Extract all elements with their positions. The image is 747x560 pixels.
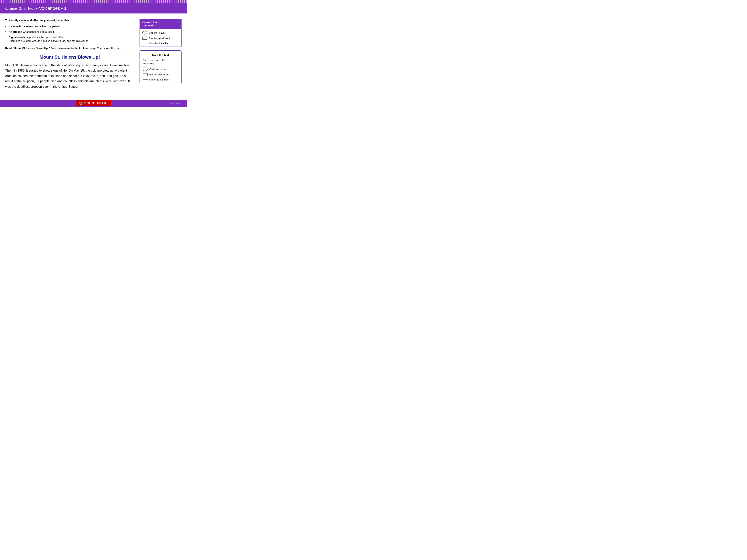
copyright-text: © Scholastic Inc.	[170, 102, 183, 104]
signal-words-bold: Signal words	[9, 36, 25, 39]
mark-text-circle-item: Circle the cause.	[143, 68, 178, 71]
scholastic-logo-text: SCHOLASTIC	[84, 102, 108, 105]
box-icon	[142, 36, 147, 40]
box-label: Box the signal word.	[149, 37, 171, 39]
page-title: Cause & Effect • Volcanoes • 1	[5, 6, 182, 11]
line-label: Underline the effect.	[149, 42, 170, 45]
title-topic: Volcanoes	[39, 6, 60, 11]
text-marks-circle-item: Circle the cause.	[142, 31, 179, 34]
mark-line-label: Underline the effect.	[149, 78, 170, 81]
instruction-text: Read “Mount St. Helens Blows Up!” Find a…	[5, 46, 134, 50]
text-marks-line-item: Underline the effect.	[142, 42, 179, 45]
mark-text-line-item: Underline the effect.	[143, 78, 178, 81]
text-marks-title: Cause & EffectText Marks	[142, 21, 160, 27]
mark-text-box-item: Box the signal word.	[143, 73, 178, 76]
examples-text: Examples are therefore, as a result, bec…	[9, 39, 89, 42]
title-sep1: •	[35, 6, 39, 11]
effect-bold: effect	[13, 30, 20, 33]
bullet-list: A cause is the reason something happened…	[5, 25, 134, 43]
header-bar: Cause & Effect • Volcanoes • 1	[0, 3, 187, 14]
list-item: Signal words help identify the cause and…	[5, 35, 134, 43]
line-icon	[142, 43, 147, 44]
mark-text-intro: Find a cause-and-effect relationship.	[143, 59, 178, 65]
text-marks-box-item: Box the signal word.	[142, 36, 179, 40]
mark-box-icon	[143, 73, 148, 76]
mark-the-text-box: Mark the Text Find a cause-and-effect re…	[139, 50, 182, 84]
article-title: Mount St. Helens Blows Up!	[5, 54, 134, 60]
article-body: Mount St. Helens is a volcano in the sta…	[5, 63, 134, 89]
text-marks-header: Cause & EffectText Marks	[140, 19, 181, 29]
list-item: An effect is what happened as a result.	[5, 30, 134, 34]
mark-box-label: Box the signal word.	[149, 73, 170, 76]
decorative-stripe	[0, 0, 187, 3]
intro-text: To identify cause and effect as you read…	[5, 19, 134, 22]
main-content: To identify cause and effect as you read…	[0, 14, 187, 93]
scholastic-book-icon: 📚	[79, 101, 83, 105]
text-marks-body: Circle the cause. Box the signal word. U…	[140, 29, 181, 47]
title-cause-effect: Cause & Effect	[5, 6, 35, 11]
scholastic-badge: 📚 SCHOLASTIC	[76, 100, 111, 106]
footer: 📚 SCHOLASTIC © Scholastic Inc.	[0, 100, 187, 107]
circle-label: Circle the cause.	[149, 31, 166, 34]
left-column: To identify cause and effect as you read…	[5, 19, 134, 89]
cause-bold: cause	[11, 25, 19, 28]
right-column: Cause & EffectText Marks Circle the caus…	[139, 19, 182, 89]
mark-text-title: Mark the Text	[143, 54, 178, 56]
title-number: • 1	[60, 6, 67, 11]
circle-icon	[142, 31, 147, 34]
mark-circle-icon	[143, 68, 148, 71]
text-marks-box: Cause & EffectText Marks Circle the caus…	[139, 19, 182, 47]
mark-circle-label: Circle the cause.	[149, 68, 166, 71]
mark-line-icon	[143, 79, 148, 80]
list-item: A cause is the reason something happened…	[5, 25, 134, 28]
